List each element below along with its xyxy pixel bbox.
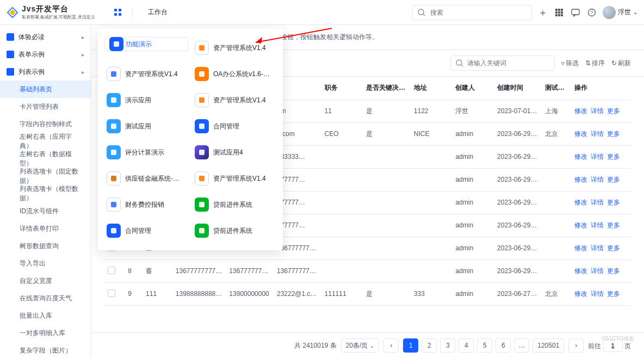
pager-page[interactable]: 1 — [403, 338, 418, 353]
svg-rect-26 — [111, 124, 116, 129]
row-detail[interactable]: 详情 — [591, 176, 604, 183]
sidebar-item[interactable]: 一对多明细入库 — [0, 324, 91, 342]
panel-app-item[interactable]: 资产管理系统V1.4 — [193, 168, 276, 189]
sidebar-group[interactable]: 体验必读▸ — [0, 28, 91, 46]
row-more[interactable]: 更多 — [607, 290, 620, 298]
row-edit[interactable]: 修改 — [574, 199, 587, 206]
row-more[interactable]: 更多 — [607, 199, 620, 206]
sidebar-item[interactable]: 树形数据查询 — [0, 237, 91, 255]
row-edit[interactable]: 修改 — [574, 176, 587, 183]
sidebar-item[interactable]: 左树右表（应用字典） — [0, 133, 91, 150]
sidebar-item[interactable]: 字段内容控制样式 — [0, 115, 91, 133]
table-cell-ops: 修改详情更多 — [571, 122, 631, 145]
breadcrumb-tab[interactable]: 工作台 — [143, 8, 173, 17]
row-edit[interactable]: 修改 — [574, 153, 587, 161]
app-icon — [107, 171, 121, 186]
sidebar-item[interactable]: 批量出入库 — [0, 307, 91, 324]
row-more[interactable]: 更多 — [607, 107, 620, 115]
row-detail[interactable]: 详情 — [591, 153, 604, 161]
row-detail[interactable]: 详情 — [591, 130, 604, 138]
sidebar-item[interactable]: 卡片管理列表 — [0, 98, 91, 115]
pager-page[interactable]: 5 — [477, 338, 492, 353]
panel-app-item[interactable]: OA办公系统v1.6-… — [193, 63, 276, 85]
row-edit[interactable]: 修改 — [574, 244, 587, 252]
row-edit[interactable]: 修改 — [574, 267, 587, 275]
sidebar-item[interactable]: 列表选项卡（固定数据） — [0, 168, 91, 185]
global-search[interactable] — [412, 5, 532, 20]
create-button[interactable]: ＋ — [537, 7, 548, 18]
refresh-button[interactable]: ↻刷新 — [611, 59, 631, 68]
pager-page[interactable]: … — [514, 338, 529, 353]
panel-app-item[interactable]: 贷前进件系统 — [193, 194, 276, 215]
pager-page[interactable]: 3 — [440, 338, 455, 353]
checkbox[interactable] — [108, 267, 115, 274]
sidebar-item[interactable]: 自定义宽度 — [0, 272, 91, 289]
svg-rect-27 — [199, 124, 205, 129]
sort-button[interactable]: ⇅排序 — [585, 59, 605, 68]
pager-page[interactable]: 4 — [459, 338, 474, 353]
sidebar-group[interactable]: 列表示例▸ — [0, 63, 91, 81]
checkbox[interactable] — [108, 289, 115, 297]
apps-icon[interactable] — [554, 7, 565, 18]
row-detail[interactable]: 详情 — [591, 107, 604, 115]
row-detail[interactable]: 详情 — [591, 244, 604, 252]
row-detail[interactable]: 详情 — [591, 267, 604, 275]
panel-app-item[interactable]: 测试应用 — [104, 115, 188, 137]
sidebar-item[interactable]: 导入导出 — [0, 255, 91, 272]
keyword-search[interactable] — [450, 55, 555, 71]
row-more[interactable]: 更多 — [607, 130, 620, 138]
pager-page[interactable]: 6 — [496, 338, 511, 353]
svg-rect-4 — [114, 13, 117, 16]
row-more[interactable]: 更多 — [607, 221, 620, 229]
sidebar-item[interactable]: ID流水号组件 — [0, 202, 91, 220]
sidebar-item[interactable]: 在线查询百度天气 — [0, 289, 91, 307]
panel-app-item[interactable]: 功能演示 — [104, 37, 188, 51]
sidebar-item[interactable]: 基础列表页 — [0, 81, 91, 98]
row-detail[interactable]: 详情 — [591, 199, 604, 206]
panel-app-label: OA办公系统v1.6-… — [213, 70, 270, 79]
help-icon[interactable]: ? — [586, 7, 597, 18]
sidebar-item[interactable]: 详情表单打印 — [0, 220, 91, 237]
sidebar-group[interactable]: 表单示例▸ — [0, 46, 91, 63]
row-detail[interactable]: 详情 — [591, 221, 604, 229]
panel-app-item[interactable]: 演示应用 — [104, 89, 188, 111]
pager-next[interactable]: › — [568, 338, 584, 353]
table-cell-ops: 修改详情更多 — [571, 100, 631, 122]
panel-app-item[interactable]: 测试应用4 — [193, 141, 276, 163]
panel-app-item[interactable]: 财务费控报销 — [104, 194, 188, 215]
chat-icon[interactable] — [570, 7, 581, 18]
panel-app-item[interactable]: 资产管理系统V1.4 — [193, 89, 276, 111]
page-size-select[interactable]: 20条/页⌄ — [341, 338, 380, 353]
filter-button[interactable]: ▿筛选 — [561, 59, 579, 68]
user-menu[interactable]: 浮世 ⌄ — [603, 6, 637, 19]
row-more[interactable]: 更多 — [607, 267, 620, 275]
panel-app-item[interactable]: 合同管理 — [193, 115, 276, 137]
row-more[interactable]: 更多 — [607, 244, 620, 252]
divider — [132, 8, 133, 17]
sidebar-item-label: 一对多明细入库 — [20, 329, 65, 338]
row-edit[interactable]: 修改 — [574, 107, 587, 115]
row-edit[interactable]: 修改 — [574, 221, 587, 229]
app-switcher-button[interactable] — [114, 8, 122, 17]
table-cell: 2023-06-29 2… — [494, 122, 542, 145]
panel-app-item[interactable]: 资产管理系统V1.4 — [104, 63, 188, 85]
sidebar-item[interactable]: 左树右表（数据模型） — [0, 150, 91, 168]
panel-app-item[interactable]: 贷前进件系统 — [193, 220, 276, 242]
pager-page[interactable]: 2 — [422, 338, 437, 353]
sidebar-item[interactable]: 列表选项卡（模型数据） — [0, 185, 91, 202]
keyword-input[interactable] — [466, 59, 550, 67]
row-edit[interactable]: 修改 — [574, 290, 587, 298]
panel-app-item[interactable]: 合同管理 — [104, 220, 188, 242]
pager-prev[interactable]: ‹ — [383, 338, 399, 353]
row-more[interactable]: 更多 — [607, 176, 620, 183]
sidebar-item[interactable]: 复杂字段（图片） — [0, 342, 91, 358]
panel-app-item[interactable]: 评分计算演示 — [104, 141, 188, 163]
panel-app-item[interactable]: 供应链金融系统-演… — [104, 168, 188, 189]
global-search-input[interactable] — [429, 8, 527, 17]
table-cell: admin — [452, 282, 494, 305]
row-more[interactable]: 更多 — [607, 153, 620, 161]
panel-app-item[interactable]: 资产管理系统V1.4 — [193, 37, 276, 59]
row-detail[interactable]: 详情 — [591, 290, 604, 298]
pager-page[interactable]: 120501 — [532, 338, 564, 353]
row-edit[interactable]: 修改 — [574, 130, 587, 138]
